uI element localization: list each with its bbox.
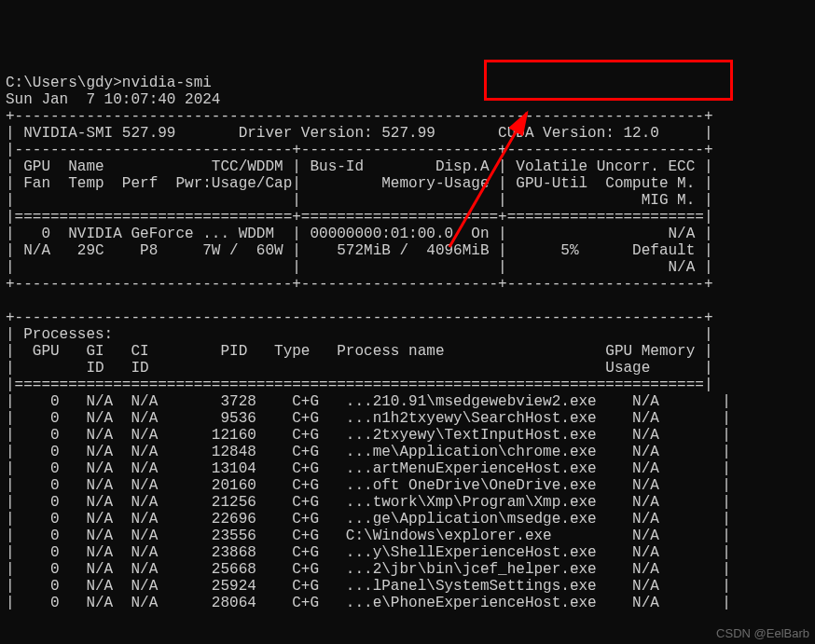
terminal-output: C:\Users\gdy>nvidia-smi Sun Jan 7 10:07:…: [6, 75, 809, 611]
watermark-text: CSDN @EelBarb: [716, 625, 809, 642]
